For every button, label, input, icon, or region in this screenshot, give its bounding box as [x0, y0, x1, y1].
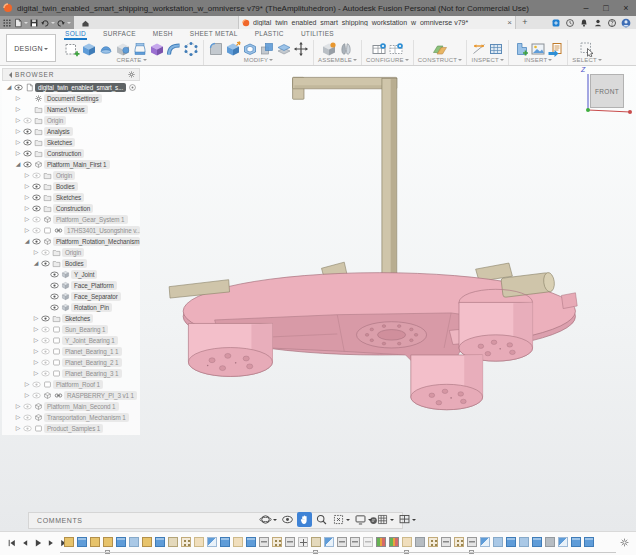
joint-icon[interactable] [338, 41, 354, 57]
visibility-eye-icon[interactable] [49, 282, 60, 289]
timeline-feature-solid[interactable] [220, 537, 230, 547]
visibility-eye-icon[interactable] [40, 315, 51, 322]
step-back-button[interactable] [19, 537, 30, 548]
browser-item[interactable]: ▷Construction [2, 148, 140, 159]
tab-sheet-metal[interactable]: SHEET METAL [189, 28, 239, 40]
pan-button[interactable] [297, 512, 312, 527]
timeline-feature-dots[interactable] [454, 537, 464, 547]
expand-arrow-icon[interactable]: ▷ [23, 170, 31, 181]
viewport-canvas[interactable]: FRONT Z BROWSER ◢digital_twin_enabled_sm… [0, 66, 636, 531]
timeline-feature-sketchpale[interactable] [233, 537, 243, 547]
construction-plane-icon[interactable] [432, 41, 448, 57]
browser-item[interactable]: ◢Bodies [2, 258, 140, 269]
browser-item[interactable]: ▷Construction [2, 203, 140, 214]
timeline-feature-solidpale[interactable] [493, 537, 503, 547]
collaboration-icon[interactable] [593, 18, 603, 28]
expand-arrow-icon[interactable]: ▷ [32, 357, 40, 368]
browser-item[interactable]: Face_Separator [2, 291, 140, 302]
browser-item[interactable]: ▷Analysis [2, 126, 140, 137]
visibility-eye-icon[interactable] [49, 271, 60, 278]
offset-face-icon[interactable] [276, 41, 292, 57]
collapse-arrow-icon[interactable]: ◢ [5, 82, 13, 93]
browser-item[interactable]: ▷Planet_Bearing_3 1 [2, 368, 140, 379]
visibility-eye-icon[interactable] [40, 326, 51, 333]
timeline-feature-link[interactable] [441, 537, 451, 547]
browser-item[interactable]: ▷Sketches [2, 137, 140, 148]
insert-derive-icon[interactable] [513, 41, 529, 57]
timeline-feature-sketchpale[interactable] [402, 537, 412, 547]
save-button[interactable] [29, 18, 39, 28]
view-cube-front-face[interactable]: FRONT [590, 74, 624, 108]
pattern-icon[interactable] [183, 41, 199, 57]
visibility-eye-icon[interactable] [31, 216, 42, 223]
expand-arrow-icon[interactable]: ▷ [32, 368, 40, 379]
look-at-button[interactable] [280, 512, 295, 527]
visibility-eye-icon[interactable] [22, 117, 33, 124]
browser-item[interactable]: ▷Y_Joint_Bearing 1 [2, 335, 140, 346]
new-component-icon[interactable] [64, 41, 80, 57]
expand-arrow-icon[interactable]: ▷ [32, 335, 40, 346]
grid-and-snaps-button[interactable] [375, 512, 395, 527]
planet-bearing-bottom[interactable] [411, 355, 483, 410]
workspace-selector[interactable]: DESIGN [6, 34, 56, 62]
primitive-box-icon[interactable] [115, 41, 131, 57]
browser-root-item[interactable]: ◢digital_twin_enabled_smart_s... [2, 82, 140, 93]
group-label-create[interactable]: CREATE [116, 57, 146, 63]
tab-solid[interactable]: SOLID [64, 28, 87, 40]
user-avatar[interactable] [621, 18, 631, 28]
timeline-feature-solid[interactable] [584, 537, 594, 547]
timeline-feature-solid[interactable] [246, 537, 256, 547]
visibility-eye-icon[interactable] [49, 304, 60, 311]
expand-arrow-icon[interactable]: ▷ [23, 225, 31, 236]
browser-item[interactable]: ▷Sketches [2, 313, 140, 324]
collapse-arrow-icon[interactable]: ◢ [23, 236, 31, 247]
timeline-settings-icon[interactable] [619, 537, 630, 548]
browser-item[interactable]: ▷Platform_Main_Second 1 [2, 401, 140, 412]
help-icon[interactable] [607, 18, 617, 28]
activate-component-icon[interactable] [126, 83, 138, 92]
expand-arrow-icon[interactable]: ▷ [14, 93, 22, 104]
browser-item[interactable]: Rotation_Pin [2, 302, 140, 313]
timeline-feature-solid[interactable] [155, 537, 165, 547]
timeline-feature-move[interactable] [298, 537, 308, 547]
play-button[interactable] [32, 537, 43, 548]
timeline-feature-link[interactable] [285, 537, 295, 547]
timeline-feature-dots[interactable] [428, 537, 438, 547]
orbit-button[interactable] [258, 512, 278, 527]
expand-arrow-icon[interactable]: ▷ [23, 192, 31, 203]
timeline-feature-gray[interactable] [545, 537, 555, 547]
measure-icon[interactable] [471, 41, 487, 57]
section-analysis-icon[interactable] [488, 41, 504, 57]
expand-arrow-icon[interactable]: ▷ [14, 401, 22, 412]
redo-button[interactable] [56, 18, 71, 28]
timeline-feature-sketch[interactable] [64, 537, 74, 547]
visibility-eye-icon[interactable] [40, 348, 51, 355]
expand-arrow-icon[interactable]: ▷ [14, 423, 22, 434]
move-copy-icon[interactable] [293, 41, 309, 57]
undo-button[interactable] [40, 18, 55, 28]
timeline-feature-flag[interactable] [480, 537, 490, 547]
visibility-eye-icon[interactable] [22, 139, 33, 146]
timeline-track[interactable] [60, 552, 616, 553]
new-tab-button[interactable]: + [519, 16, 531, 29]
visibility-eye-icon[interactable] [31, 183, 42, 190]
expand-arrow-icon[interactable]: ▷ [32, 313, 40, 324]
browser-item[interactable]: ▷Planet_Bearing_2 1 [2, 357, 140, 368]
expand-arrow-icon[interactable]: ▷ [14, 115, 22, 126]
visibility-eye-icon[interactable] [13, 84, 24, 91]
timeline-feature-solid[interactable] [77, 537, 87, 547]
visibility-eye-icon[interactable] [22, 425, 33, 432]
timeline-feature-solidpale[interactable] [129, 537, 139, 547]
browser-item[interactable]: ◢Platform_Rotation_Mechanism 1 [2, 236, 140, 247]
tab-mesh[interactable]: MESH [152, 28, 174, 40]
visibility-eye-icon[interactable] [22, 150, 33, 157]
configure-features-icon[interactable] [388, 41, 404, 57]
expand-arrow-icon[interactable]: ▷ [32, 346, 40, 357]
browser-item[interactable]: ▷Planet_Bearing_1 1 [2, 346, 140, 357]
visibility-eye-icon[interactable] [31, 238, 42, 245]
timeline-feature-link[interactable] [259, 537, 269, 547]
viewports-button[interactable] [397, 512, 417, 527]
view-cube[interactable]: FRONT Z [574, 66, 634, 122]
combine-icon[interactable] [259, 41, 275, 57]
collapse-arrow-icon[interactable]: ◢ [32, 258, 40, 269]
